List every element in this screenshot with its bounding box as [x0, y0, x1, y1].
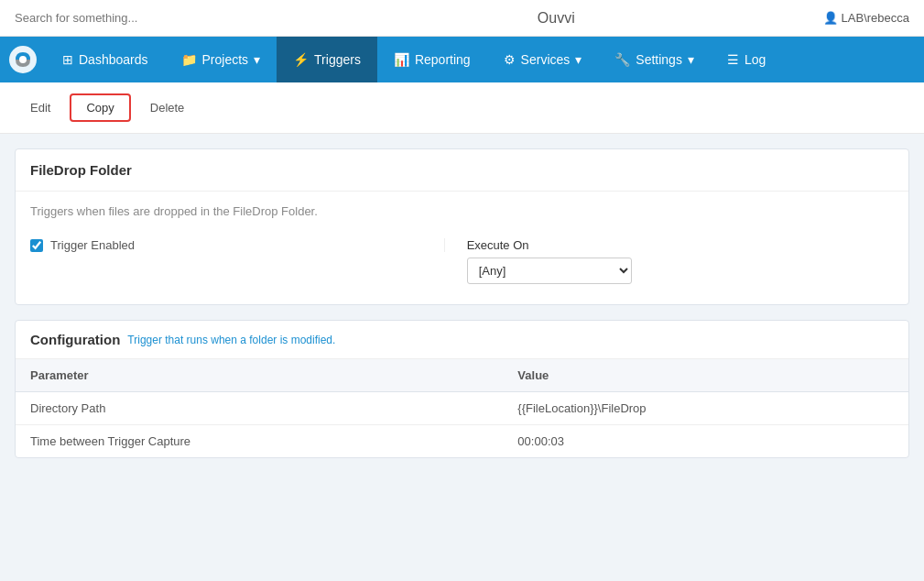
chevron-down-icon: ▾	[254, 52, 260, 67]
trigger-left: Trigger Enabled	[30, 238, 445, 252]
nav-item-settings[interactable]: 🔧 Settings ▾	[598, 37, 711, 82]
top-bar: Ouvvi 👤 LAB\rebecca	[0, 0, 924, 37]
chevron-down-icon-settings: ▾	[688, 52, 694, 67]
col-value: Value	[503, 359, 908, 392]
table-header-row: Parameter Value	[16, 359, 908, 392]
execute-on-select[interactable]: [Any]	[467, 258, 632, 284]
execute-on-label: Execute On	[467, 238, 894, 252]
nav-logo	[0, 37, 46, 82]
nav-item-services[interactable]: ⚙ Services ▾	[487, 37, 599, 82]
table-row: Directory Path {{FileLocation}}\FileDrop	[16, 392, 908, 425]
filedrop-card-body: Triggers when files are dropped in the F…	[16, 192, 908, 304]
log-icon: ☰	[727, 52, 739, 67]
services-icon: ⚙	[504, 52, 516, 67]
triggers-icon: ⚡	[293, 52, 309, 67]
dashboards-icon: ⊞	[62, 52, 73, 67]
projects-icon: 📁	[181, 52, 197, 67]
main-content: FileDrop Folder Triggers when files are …	[0, 134, 924, 488]
delete-button[interactable]: Delete	[135, 94, 201, 121]
nav-label-reporting: Reporting	[415, 52, 471, 67]
app-title: Ouvvi	[538, 10, 575, 27]
copy-button[interactable]: Copy	[70, 93, 130, 122]
config-subtitle: Trigger that runs when a folder is modif…	[127, 334, 335, 346]
search-input[interactable]	[15, 11, 289, 25]
edit-button[interactable]: Edit	[15, 94, 66, 121]
chevron-down-icon-services: ▾	[575, 52, 582, 67]
user-label: LAB\rebecca	[842, 11, 909, 25]
nav-label-projects: Projects	[202, 52, 249, 67]
trigger-enabled-text: Trigger Enabled	[50, 238, 135, 252]
table-row: Time between Trigger Capture 00:00:03	[16, 425, 908, 458]
reporting-icon: 📊	[394, 52, 409, 67]
param-value: {{FileLocation}}\FileDrop	[503, 392, 908, 425]
nav-label-settings: Settings	[636, 52, 682, 67]
nav-label-log: Log	[745, 52, 766, 67]
nav-bar: ⊞ Dashboards 📁 Projects ▾ ⚡ Triggers 📊 R…	[0, 37, 924, 82]
param-name: Directory Path	[16, 392, 503, 425]
col-parameter: Parameter	[16, 359, 503, 392]
person-icon: 👤	[823, 11, 838, 25]
nav-item-triggers[interactable]: ⚡ Triggers	[277, 37, 377, 82]
user-info: 👤 LAB\rebecca	[823, 11, 909, 25]
config-card-header: Configuration Trigger that runs when a f…	[16, 321, 908, 359]
filedrop-card: FileDrop Folder Triggers when files are …	[15, 148, 909, 305]
nav-item-log[interactable]: ☰ Log	[711, 37, 782, 82]
param-table: Parameter Value Directory Path {{FileLoc…	[16, 359, 908, 457]
nav-item-dashboards[interactable]: ⊞ Dashboards	[46, 37, 165, 82]
nav-item-reporting[interactable]: 📊 Reporting	[377, 37, 487, 82]
trigger-right: Execute On [Any]	[445, 238, 894, 284]
param-value: 00:00:03	[503, 425, 908, 458]
trigger-enabled-checkbox[interactable]	[30, 239, 43, 252]
settings-icon: 🔧	[614, 52, 630, 67]
param-name: Time between Trigger Capture	[16, 425, 503, 458]
svg-point-1	[19, 56, 27, 63]
nav-label-services: Services	[521, 52, 571, 67]
configuration-card: Configuration Trigger that runs when a f…	[15, 320, 909, 458]
trigger-enabled-label[interactable]: Trigger Enabled	[30, 238, 135, 252]
action-bar: Edit Copy Delete	[0, 82, 924, 134]
config-title: Configuration	[30, 332, 120, 347]
trigger-description: Triggers when files are dropped in the F…	[30, 204, 894, 218]
filedrop-title: FileDrop Folder	[30, 162, 132, 178]
trigger-row: Trigger Enabled Execute On [Any]	[30, 231, 894, 291]
nav-item-projects[interactable]: 📁 Projects ▾	[165, 37, 277, 82]
nav-label-dashboards: Dashboards	[79, 52, 148, 67]
nav-label-triggers: Triggers	[314, 52, 361, 67]
filedrop-card-header: FileDrop Folder	[16, 149, 908, 192]
